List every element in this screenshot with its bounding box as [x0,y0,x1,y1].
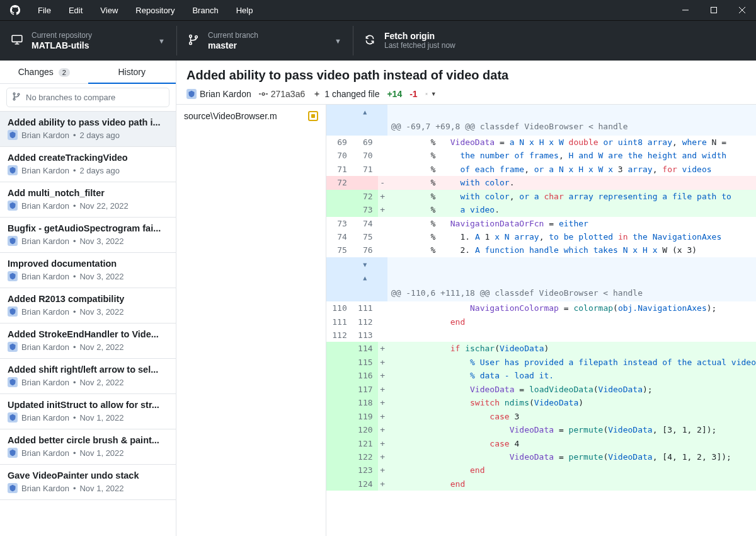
commit-item-title: Added R2013 compatibility [8,294,168,304]
branch-icon [12,92,21,103]
commit-item-time: Nov 1, 2022 [79,448,123,458]
expand-hunk-button[interactable]: ▲ [326,105,756,118]
commit-list-item[interactable]: Added ability to pass video path i...Bri… [0,112,176,147]
file-path: source\VideoBrowser.m [184,111,277,121]
expand-hunk-button[interactable]: ▼ [326,257,756,271]
commit-item-author: Brian Kardon [21,131,69,140]
commit-list-item[interactable]: Added better circle brush & paint...Bria… [0,429,176,465]
old-line-number: 69 [326,136,352,149]
diff-settings-button[interactable]: ▼ [425,89,437,99]
expand-hunk-button[interactable]: ▲ [326,271,756,284]
old-line-number [326,190,352,203]
new-line-number: 74 [352,217,378,230]
diff-gutter: + [378,190,387,203]
commit-list-item[interactable]: Added StrokeEndHandler to Vide...Brian K… [0,323,176,359]
commit-sha[interactable]: 271a3a6 [259,89,306,99]
diff-code-line: case 4 [387,437,756,450]
svg-point-5 [13,93,15,95]
old-line-number [326,437,352,450]
new-line-number: 122 [352,450,378,463]
changed-files[interactable]: 1 changed file [312,89,379,99]
new-line-number: 116 [352,369,378,382]
fetch-subtitle: Last fetched just now [384,41,455,51]
commit-list-item[interactable]: Added shift right/left arrow to sel...Br… [0,359,176,394]
fetch-origin-button[interactable]: Fetch origin Last fetched just now [353,21,756,61]
diff-code-line: % VideoData = a N x H x W double or uint… [387,136,756,149]
commit-item-time: Nov 2, 2022 [79,378,123,387]
new-line-number: 124 [352,477,378,491]
menu-repository[interactable]: Repository [128,3,182,18]
commit-item-author: Brian Kardon [21,342,69,352]
old-line-number [326,423,352,436]
old-line-number [326,396,352,409]
commit-title: Added ability to pass video path instead… [186,68,746,83]
new-line-number: 113 [352,329,378,342]
commit-list-item[interactable]: Gave VideoPainter undo stackBrian Kardon… [0,465,176,500]
file-tree-item[interactable]: source\VideoBrowser.m [183,108,319,124]
diff-view: ▲@@ -69,7 +69,8 @@ classdef VideoBrowser… [326,104,756,536]
old-line-number: 112 [326,329,352,342]
repo-selector[interactable]: Current repository MATLAB-utils ▼ [0,21,176,61]
minimize-icon[interactable] [671,0,699,20]
menu-file[interactable]: File [30,3,59,18]
svg-rect-1 [12,35,22,42]
avatar [8,130,18,140]
commit-item-title: Add multi_notch_filter [8,188,168,198]
diff-code-line: % the number of frames, H and W are the … [387,149,756,162]
commit-list-item[interactable]: Improved documentationBrian Kardon•Nov 3… [0,253,176,288]
diff-code-line: % with color. [387,176,756,189]
avatar [8,236,18,246]
new-line-number: 72 [352,190,378,203]
diff-gutter: + [378,410,387,423]
commit-list-item[interactable]: Added R2013 compatibilityBrian Kardon•No… [0,288,176,323]
diff-code-line: end [387,463,756,477]
commit-item-author: Brian Kardon [21,484,69,493]
new-line-number: 73 [352,203,378,216]
diff-code-line: % 2. A function handle which takes N x H… [387,243,756,257]
commit-item-time: Nov 1, 2022 [79,413,123,422]
commit-item-author: Brian Kardon [21,413,69,422]
commit-list-item[interactable]: Bugfix - getAudioSpectrogram fai...Brian… [0,218,176,253]
commit-item-author: Brian Kardon [21,272,69,281]
svg-point-6 [13,98,15,100]
commit-item-time: 2 days ago [79,166,120,175]
tab-history[interactable]: History [88,61,176,83]
commit-list-item[interactable]: Add multi_notch_filterBrian Kardon•Nov 2… [0,182,176,218]
diff-code-line: % NavigationDataOrFcn = either [387,217,756,230]
old-line-number [326,410,352,423]
branch-selector[interactable]: Current branch master ▼ [176,21,353,61]
tab-history-label: History [118,67,146,77]
new-line-number: 70 [352,149,378,162]
commit-author-name: Brian Kardon [200,89,251,99]
svg-point-9 [426,93,427,94]
commit-list-item[interactable]: Added createTrackingVideoBrian Kardon•2 … [0,147,176,182]
old-line-number [326,203,352,216]
diff-gutter [378,149,387,162]
commit-list-item[interactable]: Updated initStruct to allow for str...Br… [0,394,176,429]
commit-item-time: 2 days ago [79,131,120,140]
tab-changes[interactable]: Changes 2 [0,61,88,83]
maximize-icon[interactable] [699,0,728,20]
commit-item-time: Nov 1, 2022 [79,484,123,493]
deletions-count: -1 [410,89,417,99]
avatar [8,271,18,281]
menu-edit[interactable]: Edit [61,3,90,18]
changes-count-badge: 2 [59,68,70,77]
commit-item-time: Nov 3, 2022 [79,307,123,317]
menu-view[interactable]: View [93,3,125,18]
diff-code-line: VideoData = permute(VideoData, [4, 1, 2,… [387,450,756,463]
menu-help[interactable]: Help [229,3,261,18]
old-line-number [326,356,352,369]
new-line-number: 115 [352,356,378,369]
close-icon[interactable] [728,0,756,20]
commit-item-author: Brian Kardon [21,448,69,458]
diff-gutter [378,243,387,257]
commit-item-title: Added shift right/left arrow to sel... [8,364,168,375]
menu-branch[interactable]: Branch [185,3,226,18]
diff-code-line: VideoData = permute(VideoData, [3, 1, 2]… [387,423,756,436]
diff-gutter [378,217,387,230]
diff-code-line: NavigationColormap = colormap(obj.Naviga… [387,301,756,315]
diff-code-line: % User has provided a filepath instead o… [387,356,756,369]
old-line-number [326,342,352,355]
compare-branch-selector[interactable]: No branches to compare [6,88,169,107]
